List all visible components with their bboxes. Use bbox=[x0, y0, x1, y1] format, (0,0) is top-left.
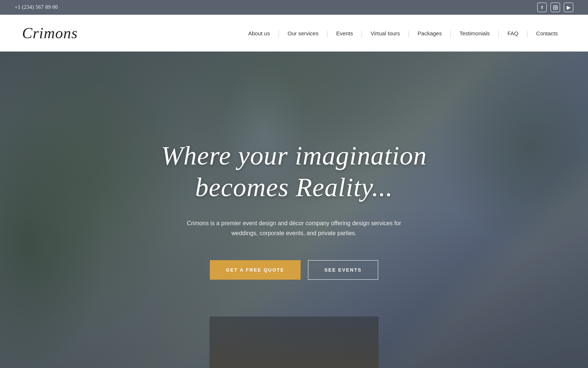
nav-link-faq[interactable]: FAQ bbox=[499, 30, 527, 36]
top-bar: +1 (234) 567 89 00 f ▶ bbox=[0, 0, 588, 15]
nav-link-events[interactable]: Events bbox=[328, 30, 361, 36]
svg-rect-0 bbox=[553, 6, 557, 10]
see-events-button[interactable]: SEE EVENTS bbox=[308, 260, 379, 280]
logo[interactable]: Crimons bbox=[22, 24, 78, 42]
nav-link-testimonials[interactable]: Testimonials bbox=[451, 30, 498, 36]
svg-point-2 bbox=[556, 6, 556, 6]
nav-link-packages[interactable]: Packages bbox=[409, 30, 450, 36]
nav-link-about[interactable]: About us bbox=[240, 30, 278, 36]
nav-links: About us | Our services | Events | Virtu… bbox=[240, 29, 566, 37]
nav-link-services[interactable]: Our services bbox=[279, 30, 326, 36]
hero-subtitle: Crimons is a premier event design and dé… bbox=[184, 218, 404, 238]
get-quote-button[interactable]: GET A FREE QUOTE bbox=[210, 260, 301, 280]
youtube-icon[interactable]: ▶ bbox=[564, 3, 573, 12]
hero-bottom-photos bbox=[209, 316, 379, 368]
nav-item-faq[interactable]: FAQ bbox=[499, 30, 527, 36]
hero-buttons: GET A FREE QUOTE SEE EVENTS bbox=[154, 260, 434, 280]
nav-item-services[interactable]: Our services bbox=[279, 30, 326, 36]
nav-link-contacts[interactable]: Contacts bbox=[528, 30, 566, 36]
phone-number: +1 (234) 567 89 00 bbox=[15, 4, 58, 10]
nav-item-about[interactable]: About us bbox=[240, 30, 278, 36]
nav-item-virtual-tours[interactable]: Virtual tours bbox=[363, 30, 408, 36]
nav-item-packages[interactable]: Packages bbox=[409, 30, 450, 36]
hero-section: Where your imagination becomes Reality..… bbox=[0, 52, 588, 368]
hero-title: Where your imagination becomes Reality..… bbox=[154, 140, 434, 204]
nav-item-testimonials[interactable]: Testimonials bbox=[451, 30, 498, 36]
social-icons-group: f ▶ bbox=[537, 3, 573, 12]
nav-item-contacts[interactable]: Contacts bbox=[528, 30, 566, 36]
nav-item-events[interactable]: Events bbox=[328, 30, 361, 36]
svg-point-1 bbox=[555, 7, 556, 8]
navbar: Crimons About us | Our services | Events… bbox=[0, 15, 588, 52]
facebook-icon[interactable]: f bbox=[537, 3, 547, 12]
hero-content: Where your imagination becomes Reality..… bbox=[147, 140, 441, 280]
instagram-icon[interactable] bbox=[551, 3, 560, 12]
nav-link-virtual-tours[interactable]: Virtual tours bbox=[363, 30, 408, 36]
